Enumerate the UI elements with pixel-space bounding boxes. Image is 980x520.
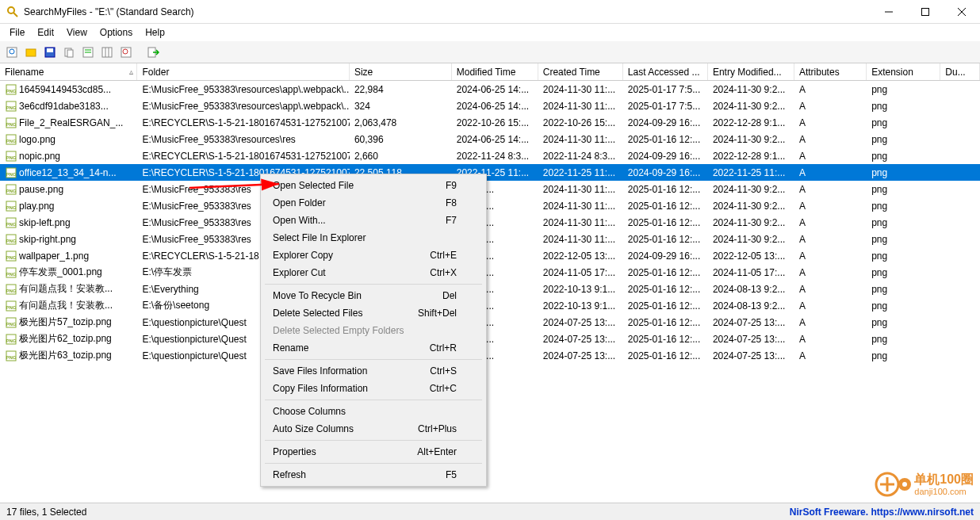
menu-help[interactable]: Help [139, 25, 171, 40]
column-header[interactable]: Created Time [538, 63, 623, 80]
maximize-button[interactable] [907, 0, 944, 24]
cell: PNGskip-right.png [0, 233, 137, 246]
table-row[interactable]: PNGskip-left.pngE:\MusicFree_953383\res-… [0, 214, 980, 231]
table-row[interactable]: PNG极光图片62_tozip.pngE:\questionpicture\Qu… [0, 331, 980, 347]
cell: 2024-11-30 11:... [538, 84, 623, 95]
cell: 2025-01-16 12:... [623, 334, 708, 345]
column-header[interactable]: Folder [137, 63, 349, 80]
context-menu-item[interactable]: Copy Files InformationCtrl+C [263, 380, 484, 397]
menu-separator [265, 463, 482, 464]
file-icon: PNG [5, 200, 17, 212]
table-row[interactable]: PNGFile_2_RealESRGAN_...E:\RECYCLER\S-1-… [0, 114, 980, 131]
cell: A [794, 167, 867, 178]
cell: 2024-06-25 14:... [452, 101, 538, 112]
cell: PNGnopic.png [0, 150, 137, 162]
table-row[interactable]: PNG3e6cdf91dabe3183...E:\MusicFree_95338… [0, 98, 980, 114]
save-button[interactable] [41, 44, 59, 61]
cell: 2022-11-24 8:3... [452, 151, 538, 162]
context-menu-item[interactable]: Auto Size ColumnsCtrl+Plus [263, 420, 484, 438]
properties-button[interactable] [79, 44, 97, 61]
exit-button[interactable] [144, 44, 162, 61]
stop-button[interactable] [22, 44, 40, 61]
menu-file[interactable]: File [3, 25, 31, 40]
file-icon: PNG [5, 300, 17, 312]
table-row[interactable]: PNGpause.pngE:\MusicFree_953383\res-25 1… [0, 181, 980, 197]
menu-options[interactable]: Options [94, 25, 139, 40]
cell: PNG有问题点我！安装教... [0, 282, 137, 296]
cell: png [867, 117, 940, 128]
close-button[interactable] [944, 0, 980, 24]
cell: 2025-01-17 7:5... [623, 101, 708, 112]
table-row[interactable]: PNG极光图片57_tozip.pngE:\questionpicture\Qu… [0, 314, 980, 331]
context-menu-item[interactable]: Open With...F7 [263, 212, 484, 229]
file-icon: PNG [5, 117, 17, 129]
table-row[interactable]: PNG停车发票_0001.pngE:\停车发票-05 17:...2024-11… [0, 264, 980, 281]
menu-item-label: Choose Columns [273, 406, 346, 417]
cell: 2025-01-16 12:... [623, 350, 708, 361]
cell: png [867, 334, 940, 345]
cell: 2025-01-16 12:... [623, 234, 708, 245]
search-params-button[interactable] [3, 44, 21, 61]
menu-view[interactable]: View [60, 25, 94, 40]
column-header[interactable]: Size [350, 63, 452, 80]
context-menu-item[interactable]: Choose Columns [263, 403, 484, 420]
menu-item-shortcut: F8 [446, 197, 457, 208]
context-menu-item[interactable]: Delete Selected FilesShift+Del [263, 304, 484, 322]
cell: A [794, 84, 867, 95]
context-menu-item[interactable]: RenameCtrl+R [263, 339, 484, 357]
watermark: 单机100圈danji100.com [873, 468, 974, 501]
svg-text:PNG: PNG [6, 289, 16, 293]
table-row[interactable]: PNGnopic.pngE:\RECYCLER\S-1-5-21-1801674… [0, 147, 980, 164]
cell: E:\RECYCLER\S-1-5-21-1801674531-12752100… [137, 117, 349, 128]
context-menu-item[interactable]: Move To Recycle BinDel [263, 287, 484, 304]
menu-item-shortcut: Alt+Enter [417, 446, 457, 457]
menu-item-label: Select File In Explorer [273, 232, 366, 243]
file-list[interactable]: PNG164594149453cd85...E:\MusicFree_95338… [0, 81, 980, 499]
column-header[interactable]: Extension [867, 63, 940, 80]
copy-button[interactable] [60, 44, 78, 61]
table-row[interactable]: PNGoffice12_13_34_14-n...E:\RECYCLER\S-1… [0, 164, 980, 181]
cell: A [794, 234, 867, 245]
table-row[interactable]: PNGskip-right.pngE:\MusicFree_953383\res… [0, 231, 980, 247]
menu-edit[interactable]: Edit [31, 25, 60, 40]
table-row[interactable]: PNGplay.pngE:\MusicFree_953383\res-25 14… [0, 197, 980, 214]
menu-item-shortcut: Ctrl+Plus [418, 423, 457, 434]
table-row[interactable]: PNGlogo.pngE:\MusicFree_953383\resources… [0, 131, 980, 147]
svg-text:PNG: PNG [6, 305, 16, 310]
cell: 2025-01-16 12:... [623, 267, 708, 278]
context-menu-item[interactable]: Open Selected FileF9 [263, 177, 484, 194]
column-header[interactable]: Modified Time [452, 63, 538, 80]
window-title: SearchMyFiles - "E:\" (Standard Search) [24, 6, 871, 17]
column-header[interactable]: Du... [940, 63, 980, 80]
columns-button[interactable] [98, 44, 116, 61]
context-menu-item[interactable]: PropertiesAlt+Enter [263, 443, 484, 461]
context-menu-item[interactable]: Explorer CopyCtrl+E [263, 247, 484, 264]
column-header[interactable]: Last Accessed ... [623, 63, 708, 80]
status-link[interactable]: NirSoft Freeware. https://www.nirsoft.ne… [790, 507, 974, 518]
svg-text:PNG: PNG [6, 122, 16, 127]
minimize-button[interactable] [871, 0, 907, 24]
context-menu-item[interactable]: Save Files InformationCtrl+S [263, 362, 484, 380]
table-row[interactable]: PNG164594149453cd85...E:\MusicFree_95338… [0, 81, 980, 98]
context-menu-item[interactable]: Open FolderF8 [263, 194, 484, 212]
column-header[interactable]: Entry Modified... [708, 63, 794, 80]
cell: png [867, 284, 940, 295]
context-menu-item[interactable]: Explorer CutCtrl+X [263, 264, 484, 281]
column-headers: Filename▵FolderSizeModified TimeCreated … [0, 63, 980, 81]
find-button[interactable] [117, 44, 135, 61]
watermark-url: danji100.com [914, 487, 974, 496]
cell: 2024-09-29 16:... [623, 167, 708, 178]
cell: 2025-01-16 12:... [623, 284, 708, 295]
table-row[interactable]: PNG极光图片63_tozip.pngE:\questionpicture\Qu… [0, 347, 980, 364]
table-row[interactable]: PNG有问题点我！安装教...E:\Everything-02 17:...20… [0, 281, 980, 297]
table-row[interactable]: PNGwallpaper_1.pngE:\RECYCLER\S-1-5-21-1… [0, 247, 980, 264]
column-header[interactable]: Filename▵ [0, 63, 137, 80]
context-menu-item[interactable]: Select File In Explorer [263, 229, 484, 247]
column-header[interactable]: Attributes [794, 63, 867, 80]
table-row[interactable]: PNG有问题点我！安装教...E:\备份\seetong-02 17:...20… [0, 297, 980, 314]
context-menu-item[interactable]: RefreshF5 [263, 466, 484, 484]
statusbar: 17 files, 1 Selected NirSoft Freeware. h… [0, 503, 980, 520]
cell: PNG极光图片63_tozip.png [0, 349, 137, 362]
svg-text:PNG: PNG [6, 222, 16, 227]
menu-item-shortcut: Del [442, 290, 457, 301]
